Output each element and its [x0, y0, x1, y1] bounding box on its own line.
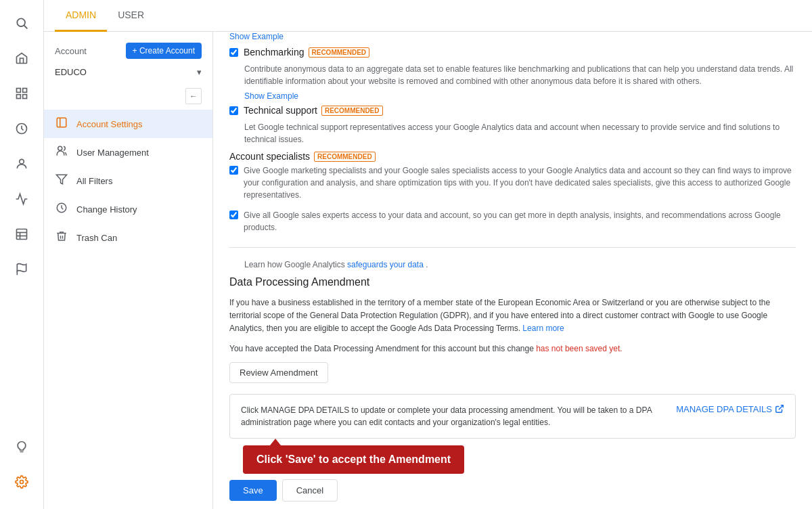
svg-rect-3 — [23, 89, 27, 93]
sidebar-item-label-change-history: Change History — [76, 204, 137, 215]
sidebar-item-label-account-settings: Account Settings — [76, 119, 143, 129]
svg-point-7 — [20, 159, 24, 164]
svg-rect-14 — [57, 118, 66, 127]
review-amendment-button[interactable]: Review Amendment — [229, 362, 328, 383]
user-management-icon — [55, 145, 68, 160]
account-specialists-badge: RECOMMENDED — [314, 152, 376, 162]
dpa-not-saved-text: You have accepted the Data Processing Am… — [229, 342, 796, 355]
save-button[interactable]: Save — [229, 480, 277, 501]
sidebar-item-change-history[interactable]: Change History — [44, 195, 212, 223]
svg-rect-2 — [17, 89, 21, 93]
home-icon[interactable] — [5, 42, 38, 74]
lightbulb-icon[interactable] — [5, 430, 38, 463]
technical-support-label: Technical support RECOMMENDED — [244, 105, 383, 116]
person-icon[interactable] — [5, 148, 38, 180]
account-label: Account — [55, 46, 87, 56]
sidebar-item-label-trash-can: Trash Can — [76, 233, 117, 243]
sidebar-item-account-settings[interactable]: Account Settings — [44, 110, 212, 138]
sidebar-item-label-user-management: User Management — [76, 148, 149, 158]
sidebar-item-label-all-filters: All Filters — [76, 176, 112, 186]
left-nav-sidebar — [0, 0, 44, 509]
technical-support-checkbox[interactable] — [229, 106, 238, 115]
benchmarking-label: Benchmarking RECOMMENDED — [244, 47, 369, 58]
dpa-title: Data Processing Amendment — [229, 276, 796, 288]
create-account-button[interactable]: + Create Account — [126, 43, 202, 59]
svg-point-16 — [58, 146, 62, 150]
educo-dropdown[interactable]: EDUCO ▾ — [44, 64, 212, 85]
dropdown-arrow-icon: ▾ — [197, 67, 202, 77]
dpa-text1: If you have a business established in th… — [229, 296, 796, 336]
account-specialists-checkbox1[interactable] — [229, 166, 238, 175]
manage-dpa-link[interactable]: MANAGE DPA DETAILS — [676, 404, 784, 414]
account-specialists-desc1: Give Google marketing specialists and yo… — [244, 164, 796, 201]
svg-rect-4 — [17, 95, 21, 99]
all-filters-icon — [55, 173, 68, 188]
flag-icon[interactable] — [5, 253, 38, 286]
svg-point-0 — [17, 18, 25, 26]
content-row: Account + Create Account EDUCO ▾ ← Accou… — [44, 32, 812, 509]
manage-dpa-box: Click MANAGE DPA DETAILS to update or co… — [229, 394, 796, 439]
technical-support-badge: RECOMMENDED — [321, 106, 383, 116]
svg-point-13 — [20, 481, 24, 484]
not-saved-badge: has not been saved yet. — [536, 344, 622, 353]
tab-admin[interactable]: ADMIN — [55, 0, 107, 32]
search-icon[interactable] — [5, 7, 38, 39]
account-specialists-section: Account specialists RECOMMENDED Give Goo… — [229, 151, 796, 236]
account-specialists-title: Account specialists RECOMMENDED — [229, 151, 796, 162]
tab-user[interactable]: USER — [107, 0, 155, 32]
educo-label: EDUCO — [55, 67, 87, 77]
account-settings-icon — [55, 116, 68, 131]
clock-icon[interactable] — [5, 112, 38, 145]
main-area: ADMIN USER Account + Create Account EDUC… — [44, 0, 812, 509]
cancel-button[interactable]: Cancel — [282, 479, 338, 502]
account-specialists-checkbox1-row: Give Google marketing specialists and yo… — [229, 164, 796, 204]
technical-support-desc: Let Google technical support representat… — [244, 121, 796, 146]
svg-marker-17 — [57, 175, 67, 184]
secondary-sidebar: Account + Create Account EDUCO ▾ ← Accou… — [44, 32, 213, 509]
collapse-sidebar-button[interactable]: ← — [185, 88, 202, 104]
main-content: Show Example Benchmarking RECOMMENDED Co… — [213, 32, 812, 509]
benchmarking-show-example-link[interactable]: Show Example — [244, 91, 298, 101]
dashboard-icon[interactable] — [5, 77, 38, 110]
account-specialists-desc2: Give all Google sales experts access to … — [244, 209, 796, 234]
sidebar-item-user-management[interactable]: User Management — [44, 138, 212, 167]
dpa-section: Data Processing Amendment If you have a … — [229, 276, 796, 502]
svg-line-1 — [24, 26, 28, 29]
sidebar-item-trash-can[interactable]: Trash Can — [44, 223, 212, 252]
benchmarking-desc: Contribute anonymous data to an aggregat… — [244, 63, 796, 87]
technical-support-row: Technical support RECOMMENDED — [229, 105, 796, 116]
account-header: Account + Create Account — [44, 40, 212, 64]
svg-rect-8 — [17, 229, 27, 240]
account-specialists-checkbox2[interactable] — [229, 211, 238, 219]
table-icon[interactable] — [5, 218, 38, 250]
dpa-learn-more-link[interactable]: Learn more — [522, 324, 564, 333]
integrations-icon[interactable] — [5, 183, 38, 215]
benchmarking-show-example: Show Example — [244, 90, 796, 102]
benchmarking-checkbox[interactable] — [229, 48, 238, 57]
save-tooltip: Click 'Save' to accept the Amendment — [243, 445, 464, 474]
svg-rect-5 — [23, 95, 27, 99]
sidebar-item-all-filters[interactable]: All Filters — [44, 167, 212, 195]
change-history-icon — [55, 202, 68, 217]
gear-icon[interactable] — [5, 466, 38, 498]
manage-dpa-wrapper: Click MANAGE DPA DETAILS to update or co… — [229, 394, 796, 439]
safeguards-text: Learn how Google Analytics safeguards yo… — [244, 259, 796, 271]
benchmarking-row: Benchmarking RECOMMENDED — [229, 47, 796, 58]
benchmarking-badge: RECOMMENDED — [309, 47, 370, 58]
admin-tabs: ADMIN USER — [44, 0, 812, 32]
show-example-top-link[interactable]: Show Example — [229, 32, 796, 41]
svg-line-19 — [779, 405, 783, 410]
divider — [229, 247, 796, 248]
manage-box-text: Click MANAGE DPA DETAILS to update or co… — [241, 404, 665, 428]
account-specialists-checkbox2-row: Give all Google sales experts access to … — [229, 209, 796, 236]
save-cancel-row: Save Cancel — [229, 479, 796, 502]
safeguards-link[interactable]: safeguards your data — [347, 260, 424, 269]
trash-can-icon — [55, 230, 68, 245]
